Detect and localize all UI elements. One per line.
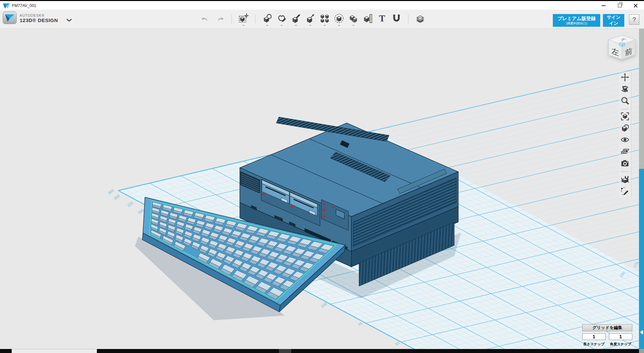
app-window: FM77AV_001 AUTODESK® 123D® DESI bbox=[0, 0, 644, 353]
grid-label: 175 bbox=[632, 261, 639, 268]
grid-label: 360 bbox=[107, 188, 115, 195]
snap-box-icon bbox=[621, 174, 629, 185]
orbit-icon bbox=[621, 85, 629, 95]
fit-view-button[interactable] bbox=[620, 112, 630, 122]
taskbar-segment bbox=[279, 349, 291, 353]
orbit-button[interactable] bbox=[620, 85, 630, 95]
grid-settings-panel: グリッドを編集 長さスナップ 角度スナップ bbox=[582, 324, 632, 347]
transform-tool[interactable] bbox=[238, 13, 249, 25]
title-bar: FM77AV_001 bbox=[0, 0, 644, 10]
panel-expand-arrow-icon bbox=[640, 330, 643, 335]
app-icon bbox=[3, 3, 10, 10]
grid-label: 100 bbox=[320, 302, 328, 309]
viewport-3d[interactable]: 3603503253001007550150175 bbox=[0, 29, 644, 349]
layers-tool[interactable] bbox=[415, 13, 426, 25]
primitives-tool[interactable] bbox=[262, 13, 273, 25]
undo-icon bbox=[200, 13, 210, 25]
primitives-icon bbox=[262, 13, 272, 25]
visibility-button[interactable] bbox=[620, 135, 630, 145]
grid-label: 325 bbox=[126, 201, 134, 208]
angle-snap-input[interactable] bbox=[609, 333, 632, 340]
panel-collapse-handle[interactable] bbox=[639, 169, 644, 349]
grouping-tool[interactable] bbox=[333, 13, 345, 25]
grid-visibility-button[interactable] bbox=[620, 147, 630, 157]
grid-label: 75 bbox=[357, 321, 363, 327]
grid-visibility-icon bbox=[621, 147, 629, 157]
screenshot-button[interactable] bbox=[620, 159, 630, 169]
dropdown-indicator bbox=[281, 25, 283, 26]
combine-icon bbox=[348, 13, 358, 25]
length-snap-label: 長さスナップ bbox=[582, 342, 606, 347]
dropdown-indicator bbox=[310, 25, 311, 26]
app-logo bbox=[3, 11, 17, 25]
undo-tool bbox=[200, 13, 211, 25]
redo-icon bbox=[215, 13, 225, 25]
text-icon: T bbox=[377, 13, 387, 25]
edit-grid-button[interactable]: グリッドを編集 bbox=[582, 324, 632, 331]
measure-icon bbox=[363, 13, 373, 25]
sketch-visibility-button[interactable] bbox=[620, 186, 630, 196]
window-title: FM77AV_001 bbox=[12, 3, 36, 8]
redo-tool bbox=[214, 13, 225, 25]
grid-label: 300 bbox=[137, 208, 145, 215]
rail-separator bbox=[621, 109, 629, 109]
restore-button[interactable] bbox=[616, 2, 623, 9]
toolbar-separator bbox=[231, 14, 232, 24]
fit-view-icon bbox=[621, 112, 629, 122]
sketch-tool[interactable] bbox=[276, 13, 287, 25]
sketch-visibility-icon bbox=[621, 186, 629, 196]
sign-in-button[interactable]: サインイン bbox=[603, 14, 624, 27]
view-toolbar bbox=[619, 72, 631, 198]
main-toolbar: AUTODESK® 123D® DESIGN T プレミアム版登録 (商業利用向… bbox=[0, 10, 644, 29]
grouping-icon bbox=[334, 13, 344, 25]
dropdown-indicator bbox=[353, 25, 354, 26]
visibility-icon bbox=[621, 135, 629, 145]
brand-autodesk: AUTODESK® bbox=[20, 14, 58, 18]
snap-icon bbox=[391, 13, 401, 25]
shaded-view-icon bbox=[621, 124, 629, 134]
bottom-screen-strip bbox=[0, 349, 644, 353]
premium-register-button[interactable]: プレミアム版登録 (商業利用向け) bbox=[553, 14, 600, 27]
layers-icon bbox=[415, 13, 425, 25]
pattern-icon bbox=[320, 13, 330, 25]
zoom-icon bbox=[621, 96, 629, 106]
combine-tool[interactable] bbox=[348, 13, 359, 25]
construct-tool[interactable] bbox=[290, 13, 302, 25]
pan-icon bbox=[621, 73, 629, 83]
length-snap-input[interactable] bbox=[582, 333, 606, 340]
dropdown-indicator bbox=[324, 25, 326, 26]
background-window-edge bbox=[12, 349, 97, 353]
view-cube[interactable]: 上 左 前 bbox=[606, 33, 638, 66]
toolbar-separator bbox=[408, 14, 409, 24]
rail-separator bbox=[621, 171, 629, 172]
screenshot-icon bbox=[621, 159, 629, 169]
dropdown-indicator bbox=[267, 25, 268, 26]
shaded-view-button[interactable] bbox=[620, 124, 630, 134]
svg-text:T: T bbox=[379, 13, 385, 23]
text-tool[interactable]: T bbox=[376, 13, 388, 25]
dropdown-indicator bbox=[295, 25, 297, 26]
help-button[interactable]: ? bbox=[629, 14, 639, 25]
dropdown-indicator bbox=[243, 25, 245, 26]
grid-label: 350 bbox=[113, 194, 121, 201]
toolbar-separator bbox=[255, 14, 256, 24]
main-menu-chevron-icon[interactable] bbox=[66, 17, 72, 23]
snap-tool[interactable] bbox=[391, 13, 402, 25]
modify-icon bbox=[305, 13, 315, 25]
close-button[interactable] bbox=[632, 2, 639, 9]
pan-button[interactable] bbox=[620, 73, 630, 83]
transform-icon bbox=[238, 13, 249, 25]
zoom-button[interactable] bbox=[620, 96, 630, 106]
modify-tool[interactable] bbox=[305, 13, 316, 25]
brand-123d-design: 123D® DESIGN bbox=[20, 18, 58, 23]
bottom-right-cap bbox=[639, 349, 644, 353]
snap-box-button[interactable] bbox=[620, 174, 630, 185]
measure-tool[interactable] bbox=[362, 13, 373, 25]
minimize-button[interactable] bbox=[600, 2, 607, 9]
dropdown-indicator bbox=[338, 25, 340, 26]
angle-snap-label: 角度スナップ bbox=[609, 342, 632, 347]
sketch-icon bbox=[277, 13, 287, 25]
right-edge-track bbox=[639, 29, 644, 169]
pattern-tool[interactable] bbox=[319, 13, 330, 25]
construct-icon bbox=[291, 13, 301, 25]
